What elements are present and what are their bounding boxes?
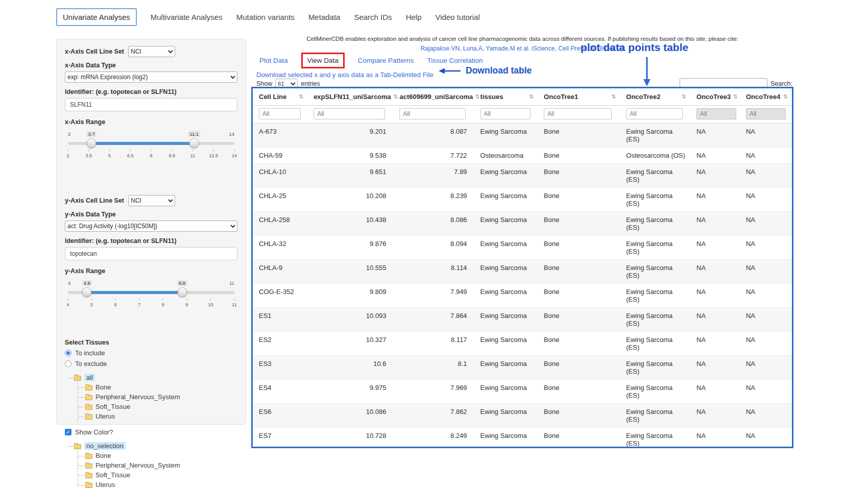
show-color-checkbox[interactable]: ✓ Show Color? [65,428,237,436]
table-filter-row [253,106,792,124]
tissue-include-radio[interactable]: To include [65,349,237,357]
slider-max-label: 11 [229,280,234,286]
tree-root-label[interactable]: no_selection [84,442,126,450]
tree-item[interactable]: Soft_Tissue [78,470,237,480]
table-row[interactable]: ES210.3278.117Ewing SarcomaBoneEwing Sar… [253,332,792,356]
column-filter-input[interactable] [480,108,531,119]
citation-line-2[interactable]: Rajapakse.VN, Luna.A, Yamade.M et al. iS… [251,45,793,52]
folder-icon [85,454,92,459]
sort-icon[interactable]: ⇅ [682,93,686,100]
sort-icon[interactable]: ⇅ [733,93,737,100]
annotation-download-table-text: Download table [466,65,532,76]
checkbox-checked-icon: ✓ [65,429,71,435]
column-filter-input[interactable] [544,108,612,119]
table-row[interactable]: CHLA-329.8768.094Ewing SarcomaBoneEwing … [253,236,792,260]
nav-item-univariate-analyses[interactable]: Univariate Analyses [56,8,137,26]
slider-to-label: 8.8 [177,280,187,286]
table-row[interactable]: CHLA-910.5558.114Ewing SarcomaBoneEwing … [253,260,792,284]
x-identifier-label: Identifier: (e.g. topotecan or SLFN11) [65,88,237,95]
download-link[interactable]: Download selected x and y axis data as a… [256,71,433,79]
x-axis-range-slider[interactable]: 2143.711.123.556.589.51112.514 [68,138,234,167]
table-row[interactable]: ES110.0937.864Ewing SarcomaBoneEwing Sar… [253,308,792,332]
table-row[interactable]: ES49.9757.969Ewing SarcomaBoneEwing Sarc… [253,380,792,404]
y-axis-range-slider[interactable]: 4114.88.84567891011 [68,287,234,316]
annotation-plot-table-text: plot data points table [581,41,688,54]
table-row[interactable]: ES310.68.1Ewing SarcomaBoneEwing Sarcoma… [253,356,792,380]
tree-item[interactable]: Uterus [78,411,237,421]
tree-item[interactable]: Bone [78,451,237,460]
slider-tick-grid: 23.556.589.51112.514 [68,148,234,160]
slider-handle-to[interactable] [177,287,187,297]
column-header-tissues[interactable]: tissues⇅ [474,88,538,106]
column-filter-input[interactable] [314,108,384,119]
tree-root-label[interactable]: all [84,374,95,381]
sort-icon[interactable]: ⇅ [783,93,788,100]
table-row[interactable]: ES610.0867.862Ewing SarcomaBoneEwing Sar… [253,404,792,428]
slider-handle-to[interactable] [189,138,199,148]
sort-icon[interactable]: ⇅ [299,93,303,100]
sort-icon[interactable]: ⇅ [611,93,616,100]
y-data-type-select[interactable]: act: Drug Activity (-log10[IC50M]) [65,221,237,232]
tree-item[interactable]: Bone [78,382,237,392]
sort-icon[interactable]: ⇅ [475,93,479,100]
nav-item-search-ids[interactable]: Search IDs [354,13,392,21]
tree-item[interactable]: Peripheral_Nervous_System [78,460,237,470]
table-row[interactable]: ES710.7288.249Ewing SarcomaBoneEwing Sar… [253,428,792,449]
tab-compare-patterns[interactable]: Compare Patterns [358,57,414,64]
table-row[interactable]: CHLA-2510.2088.239Ewing SarcomaBoneEwing… [253,188,792,212]
table-row[interactable]: CHLA-25810.4388.086Ewing SarcomaBoneEwin… [253,212,792,236]
column-filter-input[interactable] [626,108,683,119]
show-label: Show [256,80,272,87]
column-header-expslfn11_unisarcoma[interactable]: expSLFN11_uniSarcoma⇅ [307,88,393,106]
column-header-oncotree3[interactable]: OncoTree3⇅ [690,88,740,106]
folder-icon [85,473,92,478]
folder-icon [85,414,92,420]
tree-item-label: Uterus [95,481,115,488]
x-data-type-select[interactable]: exp: mRNA Expression (log2) [65,71,237,83]
x-range-label: x-Axis Range [65,118,237,126]
table-row[interactable]: CHA-599.5387.722OsteosarcomaBoneOsteosar… [253,148,792,164]
column-filter-input[interactable] [696,108,736,119]
tab-view-data[interactable]: View Data [301,53,345,68]
nav-item-mutation-variants[interactable]: Mutation variants [236,13,295,21]
column-filter-input[interactable] [259,108,301,119]
tree-item[interactable]: Peripheral_Nervous_System [78,392,237,402]
tree-item-label: Peripheral_Nervous_System [95,393,180,401]
table-row[interactable]: A-6739.2018.087Ewing SarcomaBoneEwing Sa… [253,124,792,148]
folder-icon [85,405,92,410]
column-filter-input[interactable] [399,108,466,119]
nav-item-metadata[interactable]: Metadata [308,13,341,21]
table-header-row: Cell Line⇅expSLFN11_uniSarcoma⇅act609699… [253,88,792,106]
tissue-exclude-radio[interactable]: To exclude [65,360,237,368]
slider-track[interactable] [68,291,234,294]
column-header-cell-line[interactable]: Cell Line⇅ [253,88,307,106]
nav-item-video-tutorial[interactable]: Video tutorial [435,13,479,21]
slider-handle-from[interactable] [82,287,92,297]
tree-item[interactable]: Soft_Tissue [78,402,237,411]
tree-item[interactable]: Uterus [78,480,237,488]
tree-item-label: Peripheral_Nervous_System [95,461,180,469]
y-identifier-input[interactable] [65,247,237,260]
column-header-oncotree4[interactable]: OncoTree4⇅ [740,88,792,106]
column-header-act609699_unisarcoma[interactable]: act609699_uniSarcoma⇅ [393,88,474,106]
sort-icon[interactable]: ⇅ [393,93,398,100]
table-row[interactable]: CHLA-109.6517.89Ewing SarcomaBoneEwing S… [253,164,792,188]
column-filter-input[interactable] [746,108,786,119]
y-cell-line-set-select[interactable]: NCI [128,195,175,206]
column-header-oncotree1[interactable]: OncoTree1⇅ [538,88,620,106]
slider-handle-from[interactable] [87,138,97,148]
sort-icon[interactable]: ⇅ [529,93,534,100]
nav-item-multivariate-analyses[interactable]: Multivariate Analyses [151,13,223,21]
column-header-oncotree2[interactable]: OncoTree2⇅ [620,88,690,106]
x-cell-line-set-select[interactable]: NCI [128,46,175,57]
tissue-tree-include: allBonePeripheral_Nervous_SystemSoft_Tis… [67,373,237,421]
x-identifier-input[interactable] [65,98,237,111]
tree-item-label: Uterus [95,412,115,420]
nav-item-help[interactable]: Help [406,13,422,21]
tab-tissue-correlation[interactable]: Tissue Correlation [427,57,483,64]
table-row[interactable]: COG-E-3529.8097.949Ewing SarcomaBoneEwin… [253,284,792,308]
page: Univariate AnalysesMultivariate Analyses… [0,0,868,488]
select-tissues-label: Select Tissues [65,339,237,346]
y-identifier-label: Identifier: (e.g. topotecan or SLFN11) [65,237,237,245]
tab-plot-data[interactable]: Plot Data [259,57,288,64]
